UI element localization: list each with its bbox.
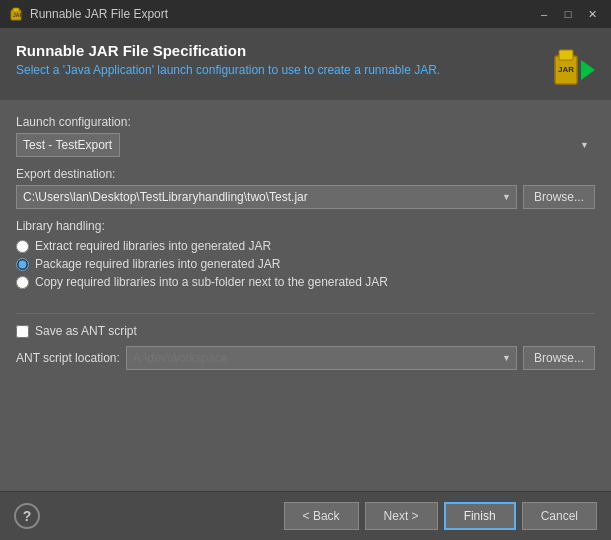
launch-config-select[interactable]: Test - TestExport xyxy=(16,133,120,157)
section-divider xyxy=(16,313,595,314)
ant-script-label: Save as ANT script xyxy=(35,324,137,338)
button-bar: ? < Back Next > Finish Cancel xyxy=(0,491,611,540)
title-bar-controls: – □ ✕ xyxy=(533,4,603,24)
nav-buttons: < Back Next > Finish Cancel xyxy=(284,502,597,530)
library-radio-extract[interactable] xyxy=(16,240,29,253)
title-bar: JAR Runnable JAR File Export – □ ✕ xyxy=(0,0,611,28)
close-button[interactable]: ✕ xyxy=(581,4,603,24)
cancel-button[interactable]: Cancel xyxy=(522,502,597,530)
library-option-copy[interactable]: Copy required libraries into a sub-folde… xyxy=(16,275,595,289)
app-icon: JAR xyxy=(8,6,24,22)
library-radio-package[interactable] xyxy=(16,258,29,271)
export-path-input[interactable] xyxy=(16,185,517,209)
svg-text:JAR: JAR xyxy=(558,65,574,74)
ant-location-label: ANT script location: xyxy=(16,351,120,365)
export-dest-row: Browse... xyxy=(16,185,595,209)
maximize-button[interactable]: □ xyxy=(557,4,579,24)
library-option-copy-label: Copy required libraries into a sub-folde… xyxy=(35,275,388,289)
library-handling-section: Library handling: Extract required libra… xyxy=(16,219,595,293)
ant-path-wrapper xyxy=(126,346,517,370)
main-content: Runnable JAR File Specification Select a… xyxy=(0,28,611,540)
ant-section: Save as ANT script ANT script location: … xyxy=(16,324,595,370)
header-section: Runnable JAR File Specification Select a… xyxy=(0,28,611,101)
export-path-wrapper xyxy=(16,185,517,209)
library-option-package-label: Package required libraries into generate… xyxy=(35,257,280,271)
dialog-title: Runnable JAR File Specification xyxy=(16,42,537,59)
library-handling-label: Library handling: xyxy=(16,219,595,233)
svg-rect-7 xyxy=(581,67,589,73)
export-dest-group: Export destination: Browse... xyxy=(16,167,595,209)
library-option-package[interactable]: Package required libraries into generate… xyxy=(16,257,595,271)
library-option-extract-label: Extract required libraries into generate… xyxy=(35,239,271,253)
export-dest-label: Export destination: xyxy=(16,167,595,181)
svg-rect-4 xyxy=(559,50,573,60)
back-button[interactable]: < Back xyxy=(284,502,359,530)
header-text: Runnable JAR File Specification Select a… xyxy=(16,42,537,77)
title-bar-text: Runnable JAR File Export xyxy=(30,7,533,21)
header-icon: JAR xyxy=(547,42,595,90)
ant-checkbox-row: Save as ANT script xyxy=(16,324,595,338)
launch-config-select-wrapper: Test - TestExport xyxy=(16,133,595,157)
finish-button[interactable]: Finish xyxy=(444,502,516,530)
launch-config-group: Launch configuration: Test - TestExport xyxy=(16,115,595,157)
export-browse-button[interactable]: Browse... xyxy=(523,185,595,209)
minimize-button[interactable]: – xyxy=(533,4,555,24)
next-button[interactable]: Next > xyxy=(365,502,438,530)
ant-script-checkbox[interactable] xyxy=(16,325,29,338)
ant-location-row: ANT script location: Browse... xyxy=(16,346,595,370)
ant-browse-button[interactable]: Browse... xyxy=(523,346,595,370)
ant-location-input[interactable] xyxy=(126,346,517,370)
help-button[interactable]: ? xyxy=(14,503,40,529)
library-option-extract[interactable]: Extract required libraries into generate… xyxy=(16,239,595,253)
launch-config-label: Launch configuration: xyxy=(16,115,595,129)
svg-text:JAR: JAR xyxy=(13,12,23,18)
library-radio-copy[interactable] xyxy=(16,276,29,289)
dialog-subtitle: Select a 'Java Application' launch confi… xyxy=(16,63,537,77)
form-area: Launch configuration: Test - TestExport … xyxy=(0,101,611,491)
